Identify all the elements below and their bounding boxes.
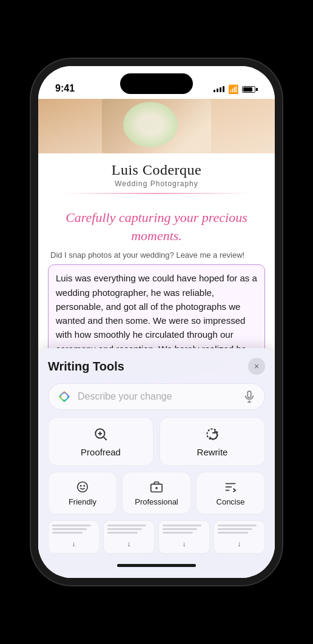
status-bar: 9:41 📶 [38, 66, 275, 99]
card-lines-3 [163, 525, 206, 535]
describe-placeholder: Describe your change [78, 391, 237, 402]
bottom-card-1[interactable]: ↓ [48, 520, 99, 554]
home-indicator [48, 554, 265, 572]
status-icons: 📶 [214, 84, 258, 94]
header-divider [62, 193, 251, 194]
concise-button[interactable]: Concise [196, 472, 265, 514]
card-arrow-1: ↓ [72, 540, 76, 548]
hero-image [38, 99, 275, 153]
home-bar [117, 564, 196, 567]
concise-icon [224, 480, 237, 494]
friendly-icon [76, 480, 89, 494]
site-header: Luis Coderque Wedding Photography [38, 153, 275, 199]
card-lines-1 [52, 525, 95, 535]
proofread-label: Proofread [81, 447, 121, 457]
writing-tools-panel: Writing Tools × [38, 348, 275, 578]
proofread-icon [93, 426, 109, 442]
bottom-cards-row: ↓ ↓ ↓ [48, 520, 265, 554]
signal-bars-icon [214, 86, 224, 92]
apple-intelligence-icon [57, 389, 72, 404]
close-button[interactable]: × [248, 358, 265, 375]
proofread-button[interactable]: Proofread [48, 417, 153, 466]
tools-row-primary: Proofread Rewrite [48, 417, 265, 466]
tools-row-secondary: Friendly Professional [48, 472, 265, 514]
concise-label: Concise [217, 497, 245, 506]
svg-line-5 [104, 437, 107, 440]
signal-bar-1 [214, 90, 215, 92]
professional-icon [150, 480, 163, 494]
card-lines-2 [107, 525, 150, 535]
page-content: Luis Coderque Wedding Photography Carefu… [38, 99, 275, 578]
describe-bar[interactable]: Describe your change [48, 383, 265, 410]
battery-icon [242, 86, 258, 93]
bottom-card-4[interactable]: ↓ [214, 520, 265, 554]
phone-shell: 9:41 📶 Luis Coder [38, 66, 275, 578]
review-prompt: Did I snap photos at your wedding? Leave… [38, 250, 275, 264]
svg-rect-1 [247, 391, 251, 398]
rewrite-icon [204, 426, 220, 442]
card-arrow-3: ↓ [183, 540, 186, 548]
tagline: Carefully capturing your precious moment… [38, 199, 275, 250]
svg-point-9 [78, 481, 88, 492]
site-title: Luis Coderque [50, 162, 263, 178]
bottom-card-2[interactable]: ↓ [103, 520, 155, 554]
status-time: 9:41 [55, 83, 75, 94]
writing-tools-header: Writing Tools × [48, 358, 265, 375]
bottom-card-3[interactable]: ↓ [158, 520, 210, 554]
friendly-label: Friendly [69, 497, 96, 506]
microphone-icon[interactable] [243, 390, 256, 403]
signal-bar-3 [220, 87, 221, 92]
card-arrow-2: ↓ [127, 540, 131, 548]
site-subtitle: Wedding Photography [50, 179, 263, 188]
card-lines-4 [218, 525, 261, 535]
rewrite-button[interactable]: Rewrite [160, 417, 265, 466]
rewrite-label: Rewrite [197, 447, 228, 457]
writing-tools-title: Writing Tools [48, 360, 124, 374]
signal-bar-2 [217, 89, 218, 92]
friendly-button[interactable]: Friendly [48, 472, 117, 514]
wifi-icon: 📶 [228, 84, 238, 94]
dynamic-island [120, 73, 193, 94]
card-arrow-4: ↓ [238, 540, 241, 548]
signal-bar-4 [223, 86, 224, 92]
professional-button[interactable]: Professional [122, 472, 191, 514]
professional-label: Professional [135, 497, 178, 506]
